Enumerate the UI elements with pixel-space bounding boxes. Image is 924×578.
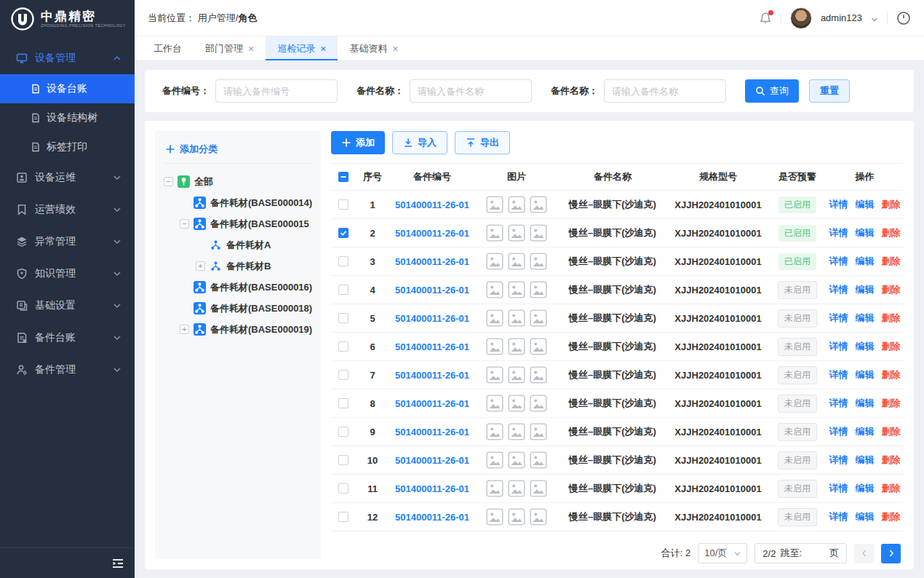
image-thumbnail[interactable] — [530, 480, 547, 497]
image-thumbnail[interactable] — [486, 196, 503, 213]
part-code-input[interactable] — [215, 79, 338, 103]
detail-link[interactable]: 详情 — [829, 425, 848, 438]
submenu-item[interactable]: 设备台账 — [0, 74, 135, 103]
edit-link[interactable]: 编辑 — [856, 226, 875, 239]
delete-link[interactable]: 删除 — [882, 510, 901, 523]
user-avatar[interactable] — [790, 7, 812, 29]
image-thumbnail[interactable] — [508, 423, 525, 440]
sidebar-item-3[interactable]: 运营绩效 — [0, 194, 135, 226]
delete-link[interactable]: 删除 — [882, 482, 901, 495]
tab-巡检记录[interactable]: 巡检记录× — [266, 36, 338, 60]
image-thumbnail[interactable] — [530, 224, 547, 242]
import-button[interactable]: 导入 — [392, 131, 447, 154]
select-all-checkbox[interactable] — [338, 172, 349, 182]
image-thumbnail[interactable] — [486, 338, 503, 355]
image-thumbnail[interactable] — [486, 253, 503, 270]
detail-link[interactable]: 详情 — [829, 482, 848, 495]
image-thumbnail[interactable] — [508, 253, 525, 270]
part-code-link[interactable]: 501400011-26-01 — [395, 285, 469, 296]
edit-link[interactable]: 编辑 — [856, 255, 875, 268]
expand-node-icon[interactable]: + — [196, 261, 205, 271]
row-checkbox[interactable] — [338, 483, 349, 494]
detail-link[interactable]: 详情 — [829, 397, 848, 410]
row-checkbox[interactable] — [338, 341, 349, 352]
edit-link[interactable]: 编辑 — [856, 368, 875, 381]
detail-link[interactable]: 详情 — [829, 454, 848, 467]
sidebar-item-2[interactable]: 设备运维 — [0, 162, 135, 194]
next-page-button[interactable] — [881, 544, 901, 563]
image-thumbnail[interactable] — [508, 451, 525, 469]
sidebar-item-4[interactable]: 异常管理 — [0, 226, 135, 258]
tab-部门管理[interactable]: 部门管理× — [194, 36, 266, 60]
image-thumbnail[interactable] — [530, 253, 547, 270]
edit-link[interactable]: 编辑 — [856, 198, 875, 211]
row-checkbox[interactable] — [338, 285, 349, 295]
image-thumbnail[interactable] — [486, 281, 503, 298]
detail-link[interactable]: 详情 — [829, 226, 848, 239]
notification-bell-icon[interactable] — [759, 12, 772, 25]
delete-link[interactable]: 删除 — [882, 255, 901, 268]
edit-link[interactable]: 编辑 — [856, 283, 875, 296]
detail-link[interactable]: 详情 — [829, 340, 848, 353]
prev-page-button[interactable] — [854, 544, 874, 563]
row-checkbox[interactable] — [338, 199, 349, 210]
close-icon[interactable]: × — [248, 44, 254, 54]
delete-link[interactable]: 删除 — [882, 425, 901, 438]
edit-link[interactable]: 编辑 — [856, 312, 875, 325]
edit-link[interactable]: 编辑 — [856, 454, 875, 467]
collapse-sidebar-icon[interactable] — [111, 557, 124, 570]
image-thumbnail[interactable] — [530, 508, 547, 526]
detail-link[interactable]: 详情 — [829, 255, 848, 268]
image-thumbnail[interactable] — [486, 508, 503, 526]
part-code-link[interactable]: 501400011-26-01 — [395, 398, 469, 409]
image-thumbnail[interactable] — [530, 309, 547, 327]
image-thumbnail[interactable] — [486, 451, 503, 469]
part-code-link[interactable]: 501400011-26-01 — [395, 370, 469, 381]
image-thumbnail[interactable] — [508, 508, 525, 526]
sidebar-item-1[interactable]: 设备管理 — [0, 42, 135, 74]
add-category-button[interactable]: 添加分类 — [164, 140, 312, 164]
image-thumbnail[interactable] — [530, 423, 547, 440]
row-checkbox[interactable] — [338, 427, 349, 437]
sidebar-item-7[interactable]: 备件台账 — [0, 322, 135, 354]
image-thumbnail[interactable] — [508, 224, 525, 242]
image-thumbnail[interactable] — [530, 281, 547, 298]
image-thumbnail[interactable] — [530, 196, 547, 213]
tree-node[interactable]: 备件耗材(BASE000018) — [164, 298, 312, 319]
submenu-item[interactable]: 标签打印 — [0, 132, 135, 162]
image-thumbnail[interactable] — [530, 451, 547, 469]
tree-node[interactable]: +备件耗材B — [164, 256, 312, 277]
delete-link[interactable]: 删除 — [882, 198, 901, 211]
row-checkbox[interactable] — [338, 455, 349, 465]
image-thumbnail[interactable] — [486, 480, 503, 497]
page-size-select[interactable]: 10/页 — [698, 543, 747, 563]
edit-link[interactable]: 编辑 — [856, 397, 875, 410]
tree-node[interactable]: 备件耗材A — [164, 234, 312, 256]
part-name-input-1[interactable] — [410, 79, 532, 103]
chevron-down-icon[interactable] — [871, 15, 878, 22]
tab-工作台[interactable]: 工作台 — [142, 36, 194, 60]
part-code-link[interactable]: 501400011-26-01 — [395, 483, 469, 494]
part-code-link[interactable]: 501400011-26-01 — [395, 512, 469, 523]
edit-link[interactable]: 编辑 — [856, 340, 875, 353]
image-thumbnail[interactable] — [486, 224, 503, 242]
image-thumbnail[interactable] — [486, 423, 503, 440]
edit-link[interactable]: 编辑 — [856, 482, 875, 495]
image-thumbnail[interactable] — [508, 480, 525, 497]
delete-link[interactable]: 删除 — [882, 340, 901, 353]
part-name-input-2[interactable] — [604, 79, 726, 103]
image-thumbnail[interactable] — [508, 281, 525, 298]
row-checkbox[interactable] — [338, 256, 349, 266]
expand-node-icon[interactable]: + — [180, 325, 189, 334]
collapse-node-icon[interactable]: − — [164, 177, 173, 186]
delete-link[interactable]: 删除 — [882, 368, 901, 381]
tree-node[interactable]: +备件耗材(BASE000019) — [164, 319, 312, 340]
edit-link[interactable]: 编辑 — [856, 425, 875, 438]
search-button[interactable]: 查询 — [745, 79, 799, 103]
logout-power-icon[interactable] — [896, 11, 911, 25]
tree-node[interactable]: 备件耗材(BASE000014) — [164, 192, 312, 213]
delete-link[interactable]: 删除 — [882, 312, 901, 325]
part-code-link[interactable]: 501400011-26-01 — [395, 256, 469, 267]
part-code-link[interactable]: 501400011-26-01 — [395, 341, 469, 352]
image-thumbnail[interactable] — [508, 338, 525, 355]
